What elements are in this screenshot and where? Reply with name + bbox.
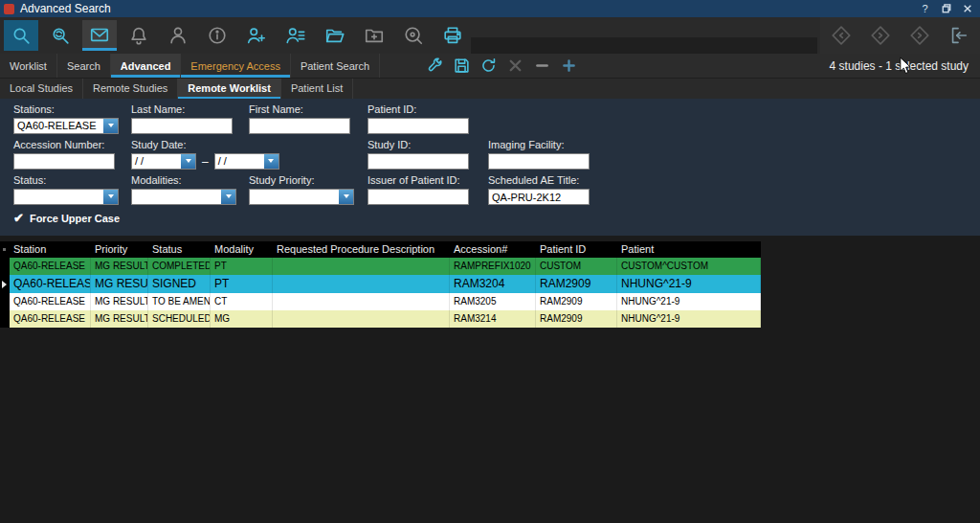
- study-priority-label: Study Priority:: [249, 174, 354, 186]
- folder-add-icon: [364, 25, 385, 46]
- patient-id-field: Patient ID:: [368, 103, 469, 134]
- mail-button[interactable]: [82, 20, 117, 51]
- cell-accession: RAM3205: [450, 293, 536, 310]
- header-cell-status[interactable]: Status: [148, 241, 211, 258]
- first-name-input[interactable]: [249, 118, 350, 134]
- header-cell-modality[interactable]: Modality: [211, 241, 273, 258]
- header-cell-accession[interactable]: Accession#: [450, 241, 536, 258]
- cell-station: QA60-RELEASE: [10, 275, 91, 293]
- mail-icon: [89, 24, 110, 45]
- dropdown-arrow-icon[interactable]: [221, 190, 235, 204]
- table-row[interactable]: QA60-RELEASE MG RESULT T... TO BE AMENDE…: [0, 293, 761, 310]
- last-name-input[interactable]: [131, 118, 233, 134]
- plus-icon: [560, 57, 578, 75]
- tab-patient-search[interactable]: Patient Search: [291, 54, 380, 78]
- stations-value: QA60-RELEASE: [14, 119, 103, 133]
- tab-emergency-access[interactable]: Emergency Access: [181, 54, 291, 78]
- remove-button[interactable]: [531, 56, 552, 77]
- search-button[interactable]: [4, 20, 38, 51]
- header-cell-patient-id[interactable]: Patient ID: [536, 241, 617, 258]
- stations-dropdown[interactable]: QA60-RELEASE: [13, 118, 119, 134]
- issuer-of-patient-id-input[interactable]: [368, 189, 469, 205]
- cell-accession: RAM3214: [450, 310, 536, 328]
- table-header[interactable]: Station Priority Status Modality Request…: [0, 241, 761, 258]
- row-gutter-selected-marker: [0, 275, 10, 293]
- imaging-facility-input[interactable]: [488, 153, 590, 170]
- force-upper-case-label: Force Upper Case: [30, 213, 120, 224]
- titlebar: Advanced Search ?: [0, 0, 980, 17]
- cell-modality: CT: [211, 293, 273, 310]
- tab-remote-studies[interactable]: Remote Studies: [83, 79, 178, 99]
- open-folder-button[interactable]: [318, 20, 352, 51]
- table-row[interactable]: QA60-RELEASE MG RESULT T... COMPLETED PT…: [0, 258, 761, 275]
- study-priority-dropdown[interactable]: [249, 189, 354, 205]
- imaging-facility-field: Imaging Facility:: [488, 139, 590, 170]
- patient-button[interactable]: [161, 20, 195, 51]
- tab-local-studies[interactable]: Local Studies: [0, 79, 83, 99]
- cell-station: QA60-RELEASE: [10, 310, 91, 328]
- wrench-icon: [426, 57, 444, 75]
- study-id-input[interactable]: [368, 153, 469, 170]
- disc-search-button[interactable]: [396, 20, 431, 51]
- force-upper-case-checkbox[interactable]: ✔ Force Upper Case: [13, 212, 120, 224]
- delete-x-icon: [506, 57, 524, 75]
- diamond-back-icon: [831, 25, 852, 46]
- save-button[interactable]: [451, 56, 472, 77]
- info-button[interactable]: [200, 20, 234, 51]
- search-refresh-button[interactable]: [43, 20, 78, 51]
- add-folder-button[interactable]: [357, 20, 391, 51]
- dropdown-arrow-icon[interactable]: [103, 190, 118, 204]
- header-cell-procedure[interactable]: Requested Procedure Description: [273, 241, 450, 258]
- tab-remote-worklist[interactable]: Remote Worklist: [178, 79, 281, 99]
- navigate-forward-button[interactable]: [906, 20, 933, 51]
- close-button[interactable]: [958, 2, 976, 16]
- header-cell-station[interactable]: Station: [10, 241, 91, 258]
- help-button[interactable]: ?: [916, 2, 934, 16]
- printer-icon: [442, 25, 463, 46]
- patient-list-button[interactable]: [278, 20, 313, 51]
- header-cell-priority[interactable]: Priority: [91, 241, 148, 258]
- status-dropdown[interactable]: [13, 189, 119, 205]
- scheduled-ae-title-input[interactable]: [488, 189, 590, 205]
- patient-id-input[interactable]: [368, 118, 469, 134]
- dropdown-arrow-icon[interactable]: [264, 154, 278, 169]
- header-gutter: [0, 241, 10, 258]
- notifications-button[interactable]: [122, 20, 156, 51]
- tab-advanced[interactable]: Advanced: [111, 54, 182, 78]
- tab-patient-list[interactable]: Patient List: [281, 79, 353, 99]
- delete-button[interactable]: [504, 56, 525, 77]
- header-cell-patient[interactable]: Patient: [617, 241, 761, 258]
- accession-number-input[interactable]: [13, 153, 115, 170]
- add-patient-button[interactable]: [239, 20, 274, 51]
- person-list-icon: [285, 25, 306, 46]
- exit-button[interactable]: [946, 20, 972, 51]
- cell-patient-id: RAM2909: [536, 310, 617, 328]
- study-date-field: Study Date: / / – / /: [131, 139, 279, 170]
- refresh-icon: [479, 57, 498, 75]
- refresh-button[interactable]: [478, 56, 499, 77]
- modalities-dropdown[interactable]: [131, 189, 236, 205]
- person-icon: [167, 25, 189, 46]
- dropdown-arrow-icon[interactable]: [103, 119, 118, 133]
- study-date-from-dropdown[interactable]: / /: [131, 153, 196, 170]
- dropdown-arrow-icon[interactable]: [339, 190, 353, 204]
- cell-station: QA60-RELEASE: [10, 258, 91, 275]
- study-date-to-dropdown[interactable]: / /: [214, 153, 279, 170]
- navigate-back-button[interactable]: [828, 20, 855, 51]
- diamond-icon: [870, 25, 891, 46]
- table-row-selected[interactable]: QA60-RELEASE MG RESUL... SIGNED PT RAM32…: [0, 275, 761, 293]
- tab-search[interactable]: Search: [57, 54, 111, 78]
- last-name-field: Last Name:: [131, 103, 233, 134]
- table-row[interactable]: QA60-RELEASE MG RESULT T... SCHEDULED MG…: [0, 310, 761, 328]
- study-date-from-value: / /: [132, 154, 181, 169]
- tab-worklist[interactable]: Worklist: [0, 54, 57, 78]
- study-priority-value: [250, 190, 339, 204]
- add-button[interactable]: [558, 56, 579, 77]
- stations-field: Stations: QA60-RELEASE: [13, 103, 119, 134]
- restore-button[interactable]: [937, 2, 955, 16]
- folder-open-icon: [324, 25, 345, 46]
- dropdown-arrow-icon[interactable]: [181, 154, 195, 169]
- navigate-button[interactable]: [867, 20, 894, 51]
- print-button[interactable]: [435, 20, 470, 51]
- settings-wrench-button[interactable]: [424, 56, 445, 77]
